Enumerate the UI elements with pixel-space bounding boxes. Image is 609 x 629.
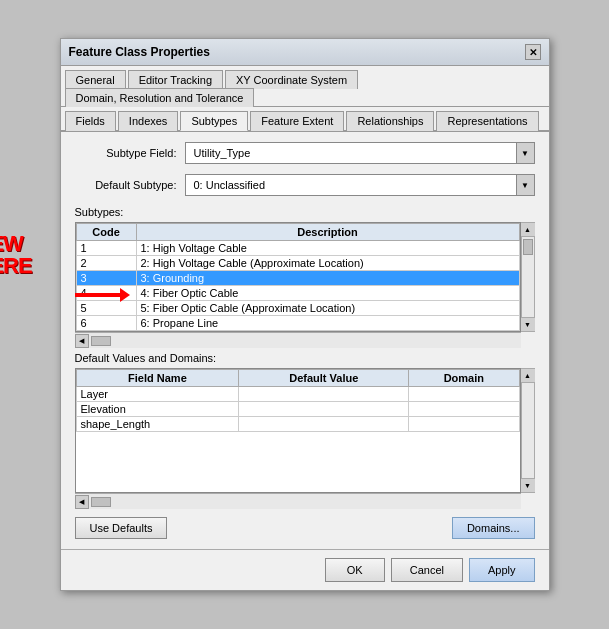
- code-cell: 5: [76, 301, 136, 316]
- vscroll-down-arrow[interactable]: ▼: [521, 317, 535, 331]
- subtype-field-select[interactable]: Utility_Type ▼: [185, 142, 535, 164]
- desc-cell: 5: Fiber Optic Cable (Approximate Locati…: [136, 301, 519, 316]
- subtype-field-label: Subtype Field:: [75, 147, 185, 159]
- defaults-table-empty-area: [76, 432, 520, 492]
- dialog-footer: OK Cancel Apply: [61, 549, 549, 590]
- tab-editor-tracking[interactable]: Editor Tracking: [128, 70, 223, 89]
- table-row[interactable]: 1 1: High Voltage Cable: [76, 241, 519, 256]
- domain-cell[interactable]: [409, 417, 519, 432]
- hscroll-thumb[interactable]: [91, 336, 111, 346]
- code-cell: 2: [76, 256, 136, 271]
- defaults-table: Field Name Default Value Domain Layer: [76, 369, 520, 432]
- table-row[interactable]: 5 5: Fiber Optic Cable (Approximate Loca…: [76, 301, 519, 316]
- desc-cell: 3: Grounding: [136, 271, 519, 286]
- hscroll-left-arrow[interactable]: ◀: [75, 495, 89, 509]
- field-name-cell: Elevation: [76, 402, 239, 417]
- table-row[interactable]: Layer: [76, 387, 519, 402]
- default-subtype-dropdown-arrow[interactable]: ▼: [516, 175, 534, 195]
- table-row[interactable]: 6 6: Propane Line: [76, 316, 519, 331]
- tab-general[interactable]: General: [65, 70, 126, 89]
- code-cell: 4: [76, 286, 136, 301]
- apply-button[interactable]: Apply: [469, 558, 535, 582]
- desc-cell: 6: Propane Line: [136, 316, 519, 331]
- default-subtype-select[interactable]: 0: Unclassified ▼: [185, 174, 535, 196]
- hscroll-thumb[interactable]: [91, 497, 111, 507]
- tab-fields[interactable]: Fields: [65, 111, 116, 131]
- action-buttons-row: Use Defaults Domains...: [75, 517, 535, 539]
- defaults-col-domain: Domain: [409, 370, 519, 387]
- code-cell: 3: [76, 271, 136, 286]
- tab-representations[interactable]: Representations: [436, 111, 538, 131]
- vscroll-up-arrow[interactable]: ▲: [521, 369, 535, 383]
- desc-cell: 4: Fiber Optic Cable: [136, 286, 519, 301]
- subtype-field-dropdown-arrow[interactable]: ▼: [516, 143, 534, 163]
- default-subtype-value: 0: Unclassified: [190, 179, 266, 191]
- annotation-overlay: NEW HERE: [0, 233, 32, 277]
- default-value-cell[interactable]: [239, 387, 409, 402]
- tab-row-2: Fields Indexes Subtypes Feature Extent R…: [61, 107, 549, 132]
- tab-domain-resolution-tolerance[interactable]: Domain, Resolution and Tolerance: [65, 88, 255, 107]
- code-cell: 1: [76, 241, 136, 256]
- cancel-button[interactable]: Cancel: [391, 558, 463, 582]
- subtypes-col-description: Description: [136, 224, 519, 241]
- defaults-col-default-value: Default Value: [239, 370, 409, 387]
- default-subtype-label: Default Subtype:: [75, 179, 185, 191]
- vscroll-up-arrow[interactable]: ▲: [521, 223, 535, 237]
- use-defaults-button[interactable]: Use Defaults: [75, 517, 168, 539]
- domain-cell[interactable]: [409, 402, 519, 417]
- title-bar: Feature Class Properties ✕: [61, 39, 549, 66]
- table-row-selected[interactable]: 3 3: Grounding: [76, 271, 519, 286]
- table-row[interactable]: Elevation: [76, 402, 519, 417]
- subtypes-section-label: Subtypes:: [75, 206, 535, 218]
- defaults-section-label: Default Values and Domains:: [75, 352, 535, 364]
- table-row[interactable]: 4 4: Fiber Optic Cable: [76, 286, 519, 301]
- default-value-cell[interactable]: [239, 417, 409, 432]
- default-value-cell[interactable]: [239, 402, 409, 417]
- subtype-field-row: Subtype Field: Utility_Type ▼: [75, 142, 535, 164]
- subtypes-hscrollbar[interactable]: ◀: [75, 332, 521, 348]
- annotation-here: HERE: [0, 255, 32, 277]
- subtypes-vscrollbar[interactable]: ▲ ▼: [521, 222, 535, 332]
- desc-cell: 1: High Voltage Cable: [136, 241, 519, 256]
- close-button[interactable]: ✕: [525, 44, 541, 60]
- tab-feature-extent[interactable]: Feature Extent: [250, 111, 344, 131]
- table-row[interactable]: 2 2: High Voltage Cable (Approximate Loc…: [76, 256, 519, 271]
- defaults-table-container: Field Name Default Value Domain Layer: [75, 368, 521, 493]
- ok-button[interactable]: OK: [325, 558, 385, 582]
- dialog-title: Feature Class Properties: [69, 45, 210, 59]
- annotation-new: NEW: [0, 233, 32, 255]
- table-row[interactable]: shape_Length: [76, 417, 519, 432]
- code-cell: 6: [76, 316, 136, 331]
- content-area: Subtype Field: Utility_Type ▼ Default Su…: [61, 132, 549, 549]
- domains-button[interactable]: Domains...: [452, 517, 535, 539]
- field-name-cell: Layer: [76, 387, 239, 402]
- tab-row-1: General Editor Tracking XY Coordinate Sy…: [61, 66, 549, 107]
- default-subtype-row: Default Subtype: 0: Unclassified ▼: [75, 174, 535, 196]
- subtypes-table: Code Description 1 1: High Voltage Cable…: [76, 223, 520, 331]
- feature-class-properties-dialog: Feature Class Properties ✕ General Edito…: [60, 38, 550, 591]
- subtypes-table-wrapper: Code Description 1 1: High Voltage Cable…: [75, 222, 535, 348]
- subtypes-table-container: Code Description 1 1: High Voltage Cable…: [75, 222, 521, 332]
- defaults-col-field-name: Field Name: [76, 370, 239, 387]
- hscroll-left-arrow[interactable]: ◀: [75, 334, 89, 348]
- defaults-hscrollbar[interactable]: ◀: [75, 493, 521, 509]
- desc-cell: 2: High Voltage Cable (Approximate Locat…: [136, 256, 519, 271]
- subtype-field-value: Utility_Type: [190, 147, 251, 159]
- vscroll-thumb[interactable]: [523, 239, 533, 255]
- tab-xy-coordinate-system[interactable]: XY Coordinate System: [225, 70, 358, 89]
- tab-indexes[interactable]: Indexes: [118, 111, 179, 131]
- tab-relationships[interactable]: Relationships: [346, 111, 434, 131]
- subtypes-col-code: Code: [76, 224, 136, 241]
- defaults-vscrollbar[interactable]: ▲ ▼: [521, 368, 535, 493]
- field-name-cell: shape_Length: [76, 417, 239, 432]
- vscroll-down-arrow[interactable]: ▼: [521, 478, 535, 492]
- tab-subtypes[interactable]: Subtypes: [180, 111, 248, 131]
- domain-cell[interactable]: [409, 387, 519, 402]
- defaults-table-wrapper: Field Name Default Value Domain Layer: [75, 368, 535, 509]
